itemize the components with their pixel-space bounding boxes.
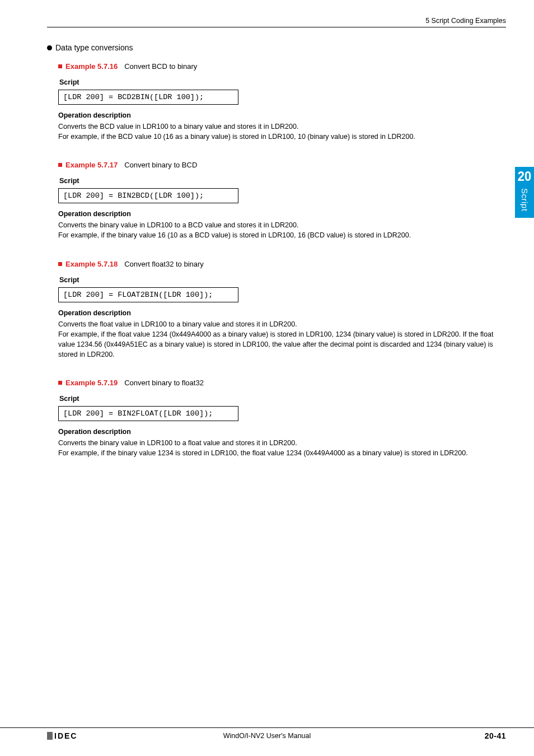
example-heading: Example 5.7.16 Convert BCD to binary [58,62,506,71]
example-title: Convert binary to BCD [124,161,197,169]
operation-text: Converts the binary value in LDR100 to a… [58,438,506,458]
example-block: Example 5.7.17 Convert binary to BCD Scr… [58,161,506,240]
op-line: For example, if the float value 1234 (0x… [58,329,506,360]
op-line: For example, if the binary value 1234 is… [58,448,506,458]
op-line: Converts the binary value in LDR100 to a… [58,220,506,230]
square-bullet-icon [58,64,62,68]
example-number: Example 5.7.16 [65,62,118,71]
op-line: For example, if the binary value 16 (10 … [58,230,506,240]
example-number: Example 5.7.18 [65,260,118,268]
page-header: 5 Script Coding Examples [47,17,506,27]
example-number: Example 5.7.17 [65,161,118,169]
script-label: Script [59,276,506,284]
operation-label: Operation description [58,428,506,436]
example-heading: Example 5.7.18 Convert float32 to binary [58,260,506,268]
square-bullet-icon [58,163,62,167]
script-label: Script [59,177,506,185]
square-bullet-icon [58,262,62,266]
brand-logo: IDEC [47,731,77,740]
operation-label: Operation description [58,111,506,119]
script-label: Script [59,78,506,86]
section-title-row: Data type conversions [47,43,506,52]
op-line: Converts the float value in LDR100 to a … [58,319,506,329]
op-line: Converts the binary value in LDR100 to a… [58,438,506,448]
example-block: Example 5.7.18 Convert float32 to binary… [58,260,506,360]
operation-text: Converts the float value in LDR100 to a … [58,319,506,360]
script-label: Script [59,395,506,403]
circle-bullet-icon [47,45,52,50]
code-box: [LDR 200] = BCD2BIN([LDR 100]); [58,90,238,105]
chapter-tab: 20 Script [515,167,534,218]
logo-box-icon [47,732,53,740]
example-block: Example 5.7.16 Convert BCD to binary Scr… [58,62,506,142]
chapter-number: 20 [515,166,534,188]
operation-text: Converts the binary value in LDR100 to a… [58,220,506,240]
page-number: 20-41 [485,731,506,740]
operation-text: Converts the BCD value in LDR100 to a bi… [58,122,506,142]
logo-text: IDEC [54,731,77,740]
manual-title: WindO/I-NV2 User's Manual [223,732,311,740]
square-bullet-icon [58,381,62,385]
example-block: Example 5.7.19 Convert binary to float32… [58,379,506,458]
example-number: Example 5.7.19 [65,379,118,387]
section-title: Data type conversions [55,43,133,52]
code-box: [LDR 200] = BIN2BCD([LDR 100]); [58,188,238,203]
example-title: Convert float32 to binary [124,260,204,268]
op-line: Converts the BCD value in LDR100 to a bi… [58,122,506,132]
example-heading: Example 5.7.19 Convert binary to float32 [58,379,506,387]
op-line: For example, if the BCD value 10 (16 as … [58,132,506,142]
code-box: [LDR 200] = BIN2FLOAT([LDR 100]); [58,406,238,421]
operation-label: Operation description [58,309,506,317]
page-footer: IDEC WindO/I-NV2 User's Manual 20-41 [0,727,534,740]
code-box: [LDR 200] = FLOAT2BIN([LDR 100]); [58,287,238,302]
example-heading: Example 5.7.17 Convert binary to BCD [58,161,506,169]
section-ref: 5 Script Coding Examples [425,17,506,25]
operation-label: Operation description [58,210,506,218]
example-title: Convert BCD to binary [124,62,197,71]
chapter-label: Script [520,187,530,211]
example-title: Convert binary to float32 [124,379,204,387]
